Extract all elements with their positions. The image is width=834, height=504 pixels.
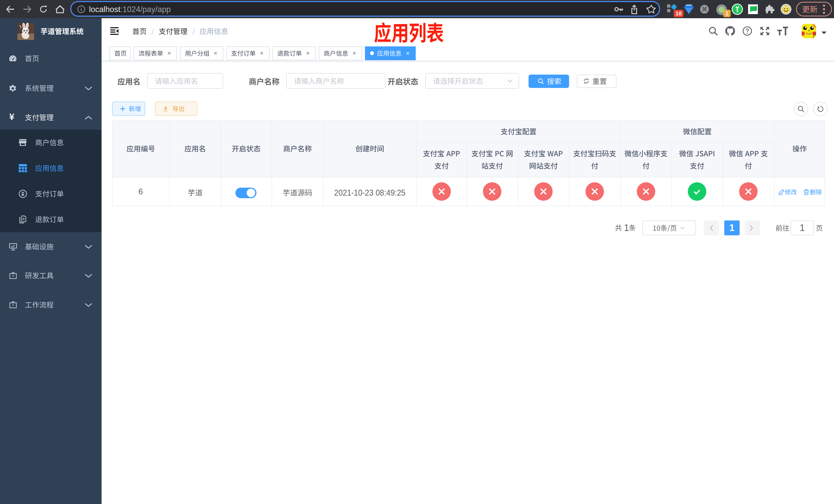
svg-text:⌘: ⌘ xyxy=(702,6,707,13)
